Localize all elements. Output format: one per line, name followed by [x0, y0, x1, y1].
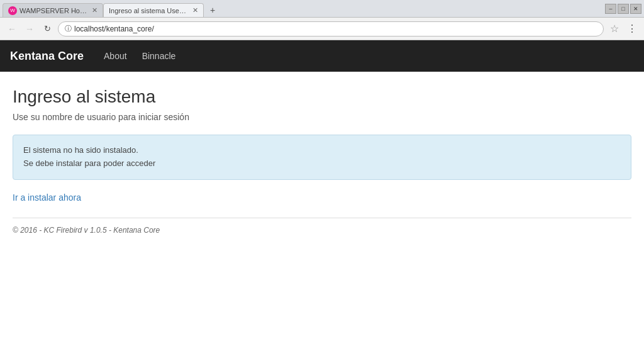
tab-wamp-close[interactable]: ✕ — [92, 6, 97, 14]
tab-kentana-label: Ingreso al sistema Use s... — [109, 7, 187, 14]
browser-menu-button[interactable]: ⋮ — [625, 22, 639, 36]
address-bar: ← → ↻ ⓘ localhost/kentana_core/ ☆ ⋮ — [0, 18, 644, 40]
back-button[interactable]: ← — [5, 22, 19, 36]
alert-line-1: El sistema no ha sido instalado. — [23, 144, 621, 157]
main-content: Ingreso al sistema Use su nombre de usua… — [0, 72, 644, 356]
alert-box: El sistema no ha sido instalado. Se debe… — [13, 135, 631, 180]
install-link[interactable]: Ir a instalar ahora — [13, 192, 81, 203]
forward-button[interactable]: → — [23, 22, 36, 36]
page-title: Ingreso al sistema — [13, 87, 631, 107]
footer-text: © 2016 - KC Firebird v 1.0.5 - Kentana C… — [13, 226, 631, 235]
tabs-bar: W WAMPSERVER Homep... ✕ Ingreso al siste… — [3, 0, 220, 17]
minimize-button[interactable]: – — [605, 4, 616, 14]
nav-link-binnacle[interactable]: Binnacle — [135, 40, 184, 72]
page-subtitle: Use su nombre de usuario para iniciar se… — [13, 112, 631, 122]
app-navbar: Kentana Core About Binnacle — [0, 40, 644, 72]
refresh-button[interactable]: ↻ — [40, 22, 54, 36]
url-text: localhost/kentana_core/ — [74, 25, 154, 33]
new-tab-button[interactable]: + — [205, 3, 220, 17]
nav-link-about[interactable]: About — [96, 40, 135, 72]
close-button[interactable]: ✕ — [630, 4, 641, 14]
footer-divider — [13, 218, 631, 218]
url-bar[interactable]: ⓘ localhost/kentana_core/ — [58, 21, 604, 36]
tab-wamp[interactable]: W WAMPSERVER Homep... ✕ — [3, 3, 103, 17]
secure-icon: ⓘ — [65, 24, 72, 33]
window-chrome: W WAMPSERVER Homep... ✕ Ingreso al siste… — [0, 0, 644, 18]
app-brand: Kentana Core — [10, 50, 84, 63]
tab-kentana-close[interactable]: ✕ — [192, 6, 198, 14]
wamp-favicon: W — [8, 6, 17, 15]
tab-kentana[interactable]: Ingreso al sistema Use s... ✕ — [103, 3, 204, 17]
bookmark-button[interactable]: ☆ — [608, 22, 621, 36]
window-controls: – □ ✕ — [605, 4, 641, 14]
alert-line-2: Se debe instalar para poder acceder — [23, 157, 621, 170]
tab-wamp-label: WAMPSERVER Homep... — [19, 7, 87, 14]
maximize-button[interactable]: □ — [618, 4, 629, 14]
